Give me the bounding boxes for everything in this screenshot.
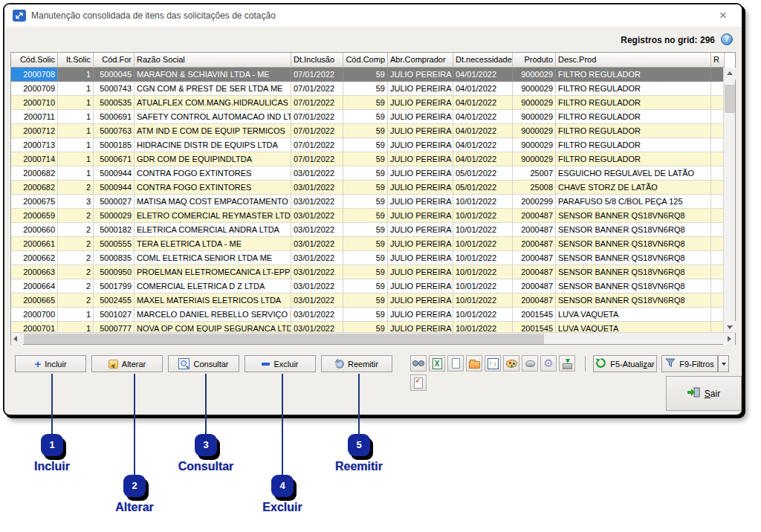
table-row[interactable]: 200070015001027MARCELO DANIEL REBELLO SE… xyxy=(11,308,725,322)
cell-cod_solic: 2000661 xyxy=(11,237,58,251)
palette-button[interactable] xyxy=(503,355,519,372)
cell-dt_necessidade: 04/01/2022 xyxy=(453,96,513,110)
cell-razao_social: ELETRICA COMERCIAL ANDRA LTDA xyxy=(135,223,291,237)
mouse-icon xyxy=(525,360,535,367)
cell-desc_prod: SENSOR BANNER QS18VN6RQ8 xyxy=(556,265,711,279)
incluir-button[interactable]: +Incluir xyxy=(15,355,86,372)
sort-columns-button[interactable] xyxy=(485,355,501,372)
table-row[interactable]: 200066525002455MAXEL MATERIAIS ELETRICOS… xyxy=(11,293,725,308)
reemitir-button[interactable]: Reemitir xyxy=(321,355,392,372)
excluir-button[interactable]: Excluir xyxy=(245,355,316,372)
column-header-dt_necessidade[interactable]: Dt.necessidade xyxy=(453,53,513,68)
vertical-scrollbar[interactable] xyxy=(723,68,735,333)
cell-desc_prod: ESGUICHO REGULAVEL DE LATÃO xyxy=(556,166,711,181)
callout-badge: 1 xyxy=(41,434,63,456)
cell-razao_social: CONTRA FOGO EXTINTORES xyxy=(135,181,291,195)
scroll-left-button[interactable] xyxy=(11,333,23,345)
sair-button[interactable]: Sair xyxy=(667,377,741,410)
checklist-button[interactable]: ✓✓ xyxy=(410,374,427,391)
table-row[interactable]: 200070115000777NOVA OP COM EQUIP SEGURAN… xyxy=(11,322,725,333)
cell-dt_inclusao: 07/01/2022 xyxy=(291,110,343,124)
cell-it_solic: 1 xyxy=(58,166,94,181)
table-row[interactable]: 200068215000944CONTRA FOGO EXTINTORES03/… xyxy=(11,166,725,181)
column-header-cod_solic[interactable]: Cód.Solic xyxy=(11,53,58,68)
table-row[interactable]: 200071015000535ATUALFLEX COM.MANG.HIDRAU… xyxy=(11,96,725,110)
cell-cod_for: 5000777 xyxy=(94,322,135,333)
table-row[interactable]: 200071415000671GDR COM DE EQUIPINDLTDA07… xyxy=(11,152,725,166)
cell-abr_comprador: JULIO PEREIRA xyxy=(388,152,453,166)
column-header-abr_comprador[interactable]: Abr.Comprador xyxy=(388,53,453,68)
column-header-r[interactable]: R xyxy=(711,53,725,68)
scroll-right-button[interactable] xyxy=(723,333,735,345)
cell-cod_for: 5001799 xyxy=(94,279,135,293)
horizontal-scrollbar[interactable] xyxy=(11,332,735,344)
column-header-it_solic[interactable]: It.Solic xyxy=(58,53,94,68)
table-row[interactable]: 200066225000835COML ELETRICA SENIOR LTDA… xyxy=(11,251,725,265)
cell-cod_comp: 59 xyxy=(343,293,388,308)
column-header-cod_comp[interactable]: Cód.Comp xyxy=(343,53,388,68)
cell-abr_comprador: JULIO PEREIRA xyxy=(388,166,453,181)
cell-it_solic: 1 xyxy=(58,322,94,333)
cell-it_solic: 1 xyxy=(58,82,94,96)
table-row[interactable]: 200071115000691SAFETY CONTROL AUTOMACAO … xyxy=(11,110,725,124)
cell-abr_comprador: JULIO PEREIRA xyxy=(388,209,453,223)
cell-cod_for: 5002455 xyxy=(94,293,135,308)
sort-columns-icon xyxy=(488,358,499,369)
table-row[interactable]: 200067535000027MATISA MAQ COST EMPACOTAM… xyxy=(11,195,725,209)
cell-razao_social: MARAFON & SCHIAVINI LTDA - ME xyxy=(135,68,291,82)
f9-filtros-dropdown-button[interactable] xyxy=(718,355,729,372)
consultar-icon xyxy=(178,358,190,369)
folder-config-button[interactable] xyxy=(466,355,482,372)
column-header-razao_social[interactable]: Razão Social xyxy=(135,53,291,68)
callout-badge: 4 xyxy=(271,475,294,497)
cell-produto: 2001545 xyxy=(513,308,556,322)
cell-produto: 2000487 xyxy=(513,293,556,308)
table-row[interactable]: 200066425001799COMERCIAL ELETRICA D Z LT… xyxy=(11,279,725,293)
table-row[interactable]: 200066025000182ELETRICA COMERCIAL ANDRA … xyxy=(11,223,725,237)
cell-desc_prod: SENSOR BANNER QS18VN6RQ8 xyxy=(556,237,711,251)
cell-it_solic: 2 xyxy=(58,181,94,195)
column-header-desc_prod[interactable]: Desc.Prod xyxy=(556,53,711,68)
vertical-scroll-thumb[interactable] xyxy=(725,85,735,113)
import-button[interactable] xyxy=(559,355,575,372)
table-row[interactable]: 200066325000950PROELMAN ELETROMECANICA L… xyxy=(11,265,725,279)
cell-cod_solic: 2000701 xyxy=(11,322,58,333)
binoculars-button[interactable] xyxy=(410,355,427,372)
close-button[interactable]: × xyxy=(715,7,731,24)
consultar-button[interactable]: Consultar xyxy=(168,355,239,372)
cell-cod_comp: 59 xyxy=(343,181,388,195)
cell-dt_necessidade: 04/01/2022 xyxy=(453,138,513,152)
folder-config-icon xyxy=(469,361,480,369)
table-row[interactable]: 200070915000743CGN COM & PREST DE SER LT… xyxy=(11,82,725,96)
f5-atualizar-button[interactable]: F5-Atualizar xyxy=(593,355,657,372)
scroll-up-button[interactable] xyxy=(724,68,736,80)
gear-button[interactable]: ⚙ xyxy=(540,355,557,372)
document-button[interactable] xyxy=(447,355,464,372)
scroll-down-button[interactable] xyxy=(724,321,736,333)
horizontal-scroll-thumb[interactable] xyxy=(24,334,544,344)
table-row[interactable]: 200066125000555TERA ELETRICA LTDA - ME03… xyxy=(11,237,725,251)
table-row[interactable]: 200068225000944CONTRA FOGO EXTINTORES03/… xyxy=(11,181,725,195)
cell-produto: 9000029 xyxy=(513,152,556,166)
cell-produto: 9000029 xyxy=(513,110,556,124)
column-header-cod_for[interactable]: Cód.For xyxy=(94,53,135,68)
document-icon xyxy=(452,358,460,369)
cell-cod_comp: 59 xyxy=(343,322,388,333)
cell-desc_prod: SENSOR BANNER QS18VN6RQ8 xyxy=(556,279,711,293)
mouse-button[interactable] xyxy=(522,355,538,372)
cell-desc_prod: CHAVE STORZ DE LATÃO xyxy=(556,181,711,195)
excel-export-button[interactable]: X xyxy=(429,355,445,372)
column-header-produto[interactable]: Produto xyxy=(513,53,556,68)
consultar-label: Consultar xyxy=(193,360,228,369)
table-row[interactable]: 200071315000185HIDRACINE DISTR DE EQUIPS… xyxy=(11,138,725,152)
table-row[interactable]: 200070815000045MARAFON & SCHIAVINI LTDA … xyxy=(11,68,725,82)
cell-dt_inclusao: 07/01/2022 xyxy=(291,124,343,138)
alterar-button[interactable]: Alterar xyxy=(91,355,163,372)
cell-razao_social: MATISA MAQ COST EMPACOTAMENTO LT xyxy=(135,195,291,209)
column-header-dt_inclusao[interactable]: Dt.Inclusão xyxy=(291,53,343,68)
table-row[interactable]: 200065925000029ELETRO COMERCIAL REYMASTE… xyxy=(11,209,725,223)
help-icon[interactable]: ? xyxy=(721,33,733,45)
f9-filtros-button[interactable]: F9-Filtros xyxy=(661,355,718,372)
table-row[interactable]: 200071215000763ATM IND E COM DE EQUIP TE… xyxy=(11,124,725,138)
cell-dt_necessidade: 04/01/2022 xyxy=(453,82,513,96)
